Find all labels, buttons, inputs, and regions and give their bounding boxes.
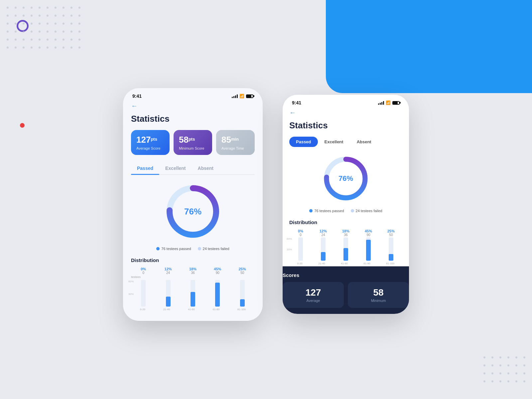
scores-section: Scores 127 Average 58 Minimum (283, 266, 409, 314)
signal-icon (232, 94, 238, 98)
y-label-30: 30% (128, 293, 134, 296)
legend-failed-left: 24 testees failed (198, 247, 229, 251)
time-left: 9:41 (132, 93, 142, 99)
tab-pill-absent[interactable]: Absent (350, 137, 378, 147)
legend-passed-right: 76 testees passed (309, 209, 344, 213)
right-phone-content: ← Statistics Passed Excellent Absent (283, 107, 409, 265)
y-label-60: 60% (128, 280, 134, 283)
score-range-labels-left: 0-20 21-40 41-60 61-80 81-100 (131, 308, 255, 311)
tab-passed-left[interactable]: Passed (131, 162, 159, 174)
dist-col-4: 25% 50 (236, 267, 249, 275)
status-icons-right: 📶 (378, 100, 400, 105)
bar-col-4 (231, 280, 253, 307)
dot-grid-bottomright (483, 356, 525, 382)
dist-col-2: 18% 36 (186, 267, 200, 275)
phones-wrapper: 9:41 📶 ← Statistics (123, 88, 409, 321)
status-bar-left: 9:41 📶 (123, 88, 263, 101)
dist-header-right: 0% 0 12% 24 18% 36 45% 90 25% 50 (289, 229, 402, 237)
dist-col-0: 0% 0 (137, 267, 150, 275)
donut-wrapper-left: 76% (131, 182, 255, 241)
blue-corner-bg (326, 0, 532, 93)
page-title-left: Statistics (131, 114, 255, 124)
score-range-labels-right: 0-20 21-40 41-60 61-80 81-100 (289, 262, 402, 265)
right-phone: 9:41 📶 ← Statistics Passe (283, 95, 409, 314)
tab-absent-left[interactable]: Absent (192, 162, 219, 174)
page-title-right: Statistics (289, 120, 402, 131)
purple-circle-decoration (17, 20, 29, 32)
back-button-left[interactable]: ← (131, 101, 138, 111)
stat-card-time: 85min Average Time (216, 130, 255, 155)
legend-failed-right: 24 testees failed (351, 209, 382, 213)
legend-left: 76 testees passed 24 testees failed (131, 247, 255, 251)
stat-card-average: 127pts Average Score (131, 130, 170, 155)
back-button-right[interactable]: ← (289, 107, 296, 118)
donut-chart-right: 76% (321, 154, 371, 203)
legend-dot-failed (198, 247, 201, 250)
tabs-pill-right: Passed Excellent Absent (289, 137, 402, 147)
score-card-average: 127 Average (283, 282, 344, 308)
donut-wrapper-right: 76% (289, 154, 402, 203)
bar-chart-right: 60% 30% (289, 237, 402, 261)
donut-chart-left: 76% (163, 182, 223, 241)
legend-passed-left: 76 testees passed (156, 247, 191, 251)
left-phone: 9:41 📶 ← Statistics (123, 88, 263, 321)
stat-value-average: 127pts (136, 135, 164, 145)
red-dot-decoration (20, 123, 25, 128)
battery-icon (246, 94, 253, 98)
stats-cards-left: 127pts Average Score 58pts Minimum Score… (131, 130, 255, 155)
donut-percentage-left: 76% (184, 206, 201, 217)
bar-col-3 (206, 280, 228, 307)
score-cards: 127 Average 58 Minimum (283, 282, 409, 308)
wifi-icon: 📶 (239, 94, 244, 98)
stat-value-time: 85min (221, 135, 249, 145)
tabs-left: Passed Excellent Absent (131, 162, 255, 175)
tab-excellent-left[interactable]: Excellent (159, 162, 192, 174)
tab-pill-passed[interactable]: Passed (289, 137, 318, 147)
bar-col-1 (157, 280, 179, 307)
status-icons-left: 📶 (232, 94, 253, 98)
distribution-title-left: Distribution (131, 257, 255, 263)
scores-title: Scores (283, 272, 409, 278)
signal-icon-right (378, 101, 384, 105)
bar-col-0 (132, 280, 154, 307)
battery-icon-right (392, 101, 400, 105)
dist-col-3: 45% 90 (211, 267, 224, 275)
bar-col-2 (182, 280, 204, 307)
donut-percentage-right: 76% (338, 174, 353, 183)
dist-x-label: testees (131, 275, 255, 279)
left-phone-content: ← Statistics 127pts Average Score 58pts … (123, 101, 263, 321)
stat-card-minimum: 58pts Minimum Score (174, 130, 212, 155)
legend-right: 76 testees passed 24 testees failed (289, 209, 402, 213)
stat-value-minimum: 58pts (179, 135, 207, 145)
wifi-icon-right: 📶 (386, 100, 391, 105)
bar-chart-left: 60% 30% (131, 280, 255, 307)
dist-col-1: 12% 24 (162, 267, 175, 275)
dist-header-left: 0% 0 12% 24 18% 36 45% 90 25% 50 (131, 267, 255, 275)
dot-grid-topleft (7, 7, 80, 49)
status-bar-right: 9:41 📶 (283, 95, 409, 107)
legend-dot-passed (156, 247, 160, 250)
tab-pill-excellent[interactable]: Excellent (318, 137, 350, 147)
score-card-minimum: 58 Minimum (348, 282, 409, 308)
distribution-title-right: Distribution (289, 219, 402, 225)
time-right: 9:41 (292, 100, 301, 105)
